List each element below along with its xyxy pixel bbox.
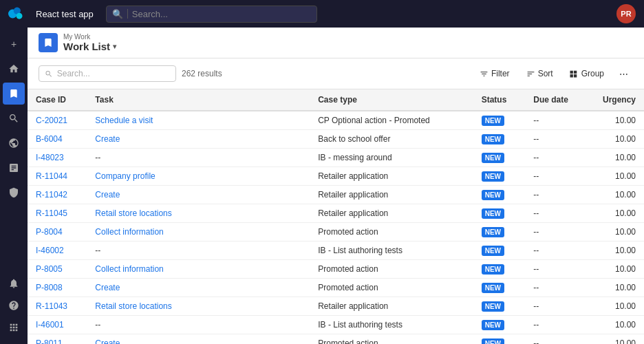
task-link[interactable]: Create: [95, 338, 120, 344]
global-search-box[interactable]: 🔍: [106, 6, 317, 23]
status-badge: NEW: [482, 338, 504, 344]
task-link[interactable]: Retail store locations: [95, 301, 171, 311]
user-avatar[interactable]: PR: [616, 4, 636, 23]
case-id-link[interactable]: I-46002: [36, 246, 64, 255]
case-id-link[interactable]: R-11042: [36, 190, 67, 200]
cell-casetype: Promoted action: [310, 279, 473, 297]
cell-task: Company profile: [87, 167, 310, 186]
task-text: --: [95, 153, 100, 162]
group-button[interactable]: Group: [563, 66, 611, 81]
task-link[interactable]: Schedule a visit: [95, 116, 153, 125]
cell-urgency: 10.00: [585, 111, 644, 130]
task-link[interactable]: Create: [95, 190, 120, 200]
cell-urgency: 10.00: [585, 334, 644, 345]
case-id-link[interactable]: P-8004: [36, 227, 63, 237]
sidebar-settings-icon[interactable]: [3, 182, 25, 204]
case-id-link[interactable]: I-48023: [36, 153, 64, 162]
filter-label: Filter: [491, 69, 510, 78]
case-id-link[interactable]: R-11045: [36, 208, 67, 218]
sidebar-expand-icon[interactable]: [3, 316, 25, 338]
sidebar-report-icon[interactable]: [3, 157, 25, 179]
table-row[interactable]: I-48023 -- IB - messing around NEW -- 10…: [28, 149, 644, 167]
worklist-title-text: Work List: [63, 41, 110, 52]
cell-status: NEW: [473, 223, 526, 241]
task-link[interactable]: Company profile: [95, 171, 155, 181]
more-options-button[interactable]: ⋯: [614, 64, 633, 83]
cell-status: NEW: [473, 260, 526, 279]
app-logo: React test app: [8, 7, 94, 21]
worklist-table: Case ID Task Case type Status Due date U…: [28, 89, 644, 344]
sidebar-notification-icon[interactable]: [3, 272, 25, 294]
task-link[interactable]: Retail store locations: [95, 208, 171, 218]
case-id-link[interactable]: C-20021: [36, 116, 67, 125]
cell-task: Schedule a visit: [87, 111, 310, 130]
worklist-search-box[interactable]: [39, 65, 176, 82]
worklist-search-input[interactable]: [57, 69, 170, 78]
table-row[interactable]: P-8005 Collect information Promoted acti…: [28, 260, 644, 279]
sidebar-add-icon[interactable]: +: [3, 33, 25, 55]
cell-duedate: --: [525, 316, 584, 334]
status-badge: NEW: [482, 153, 504, 163]
case-id-link[interactable]: R-11044: [36, 171, 67, 181]
case-id-link[interactable]: B-6004: [36, 134, 63, 144]
status-badge: NEW: [482, 134, 504, 144]
global-search-input[interactable]: [132, 9, 311, 19]
table-row[interactable]: C-20021 Schedule a visit CP Optional act…: [28, 111, 644, 130]
table-row[interactable]: R-11043 Retail store locations Retailer …: [28, 297, 644, 316]
table-row[interactable]: B-6004 Create Back to school offer NEW -…: [28, 130, 644, 149]
task-link[interactable]: Create: [95, 134, 120, 144]
task-link[interactable]: Collect information: [95, 264, 163, 274]
cell-duedate: --: [525, 149, 584, 167]
worklist-table-container[interactable]: Case ID Task Case type Status Due date U…: [28, 89, 644, 344]
cell-casetype: IB - List authoring tests: [310, 316, 473, 334]
table-row[interactable]: R-11044 Company profile Retailer applica…: [28, 167, 644, 186]
sidebar-help-icon[interactable]: [3, 294, 25, 316]
worklist-dropdown-arrow[interactable]: ▾: [113, 43, 116, 50]
filter-button[interactable]: Filter: [473, 66, 517, 81]
status-badge: NEW: [482, 116, 504, 126]
cell-status: NEW: [473, 334, 526, 345]
cell-status: NEW: [473, 167, 526, 186]
task-text: --: [95, 320, 100, 330]
status-badge: NEW: [482, 301, 504, 312]
cell-duedate: --: [525, 279, 584, 297]
cell-duedate: --: [525, 260, 584, 279]
table-row[interactable]: R-11042 Create Retailer application NEW …: [28, 186, 644, 204]
sidebar-bookmark-icon[interactable]: [3, 83, 25, 105]
cell-casetype: CP Optional action - Promoted: [310, 111, 473, 130]
table-row[interactable]: P-8011 Create Promoted action NEW -- 10.…: [28, 334, 644, 345]
task-link[interactable]: Collect information: [95, 227, 163, 237]
sidebar-globe-icon[interactable]: [3, 132, 25, 154]
sidebar-home-icon[interactable]: [3, 58, 25, 80]
main-content: My Work Work List ▾ 262 results Filter: [28, 28, 644, 344]
table-row[interactable]: I-46001 -- IB - List authoring tests NEW…: [28, 316, 644, 334]
status-badge: NEW: [482, 264, 504, 275]
table-row[interactable]: R-11045 Retail store locations Retailer …: [28, 204, 644, 223]
table-row[interactable]: I-46002 -- IB - List authoring tests NEW…: [28, 241, 644, 260]
sidebar-search-icon[interactable]: [3, 107, 25, 129]
table-header: Case ID Task Case type Status Due date U…: [28, 89, 644, 111]
col-header-casetype: Case type: [310, 89, 473, 111]
cell-caseid: I-48023: [28, 149, 87, 167]
sort-button[interactable]: Sort: [519, 66, 560, 81]
case-id-link[interactable]: P-8008: [36, 283, 63, 292]
case-id-link[interactable]: R-11043: [36, 301, 67, 311]
cell-urgency: 10.00: [585, 279, 644, 297]
cell-casetype: Promoted action: [310, 223, 473, 241]
svg-point-2: [17, 13, 23, 19]
case-id-link[interactable]: I-46001: [36, 320, 64, 330]
cell-casetype: Back to school offer: [310, 130, 473, 149]
cell-urgency: 10.00: [585, 223, 644, 241]
cell-casetype: Retailer application: [310, 204, 473, 223]
case-id-link[interactable]: P-8011: [36, 338, 63, 344]
toolbar-actions: Filter Sort Group ⋯: [473, 64, 633, 83]
cell-casetype: Retailer application: [310, 297, 473, 316]
case-id-link[interactable]: P-8005: [36, 264, 63, 274]
cell-casetype: Retailer application: [310, 186, 473, 204]
cell-duedate: --: [525, 167, 584, 186]
sidebar: +: [0, 28, 28, 344]
table-row[interactable]: P-8004 Collect information Promoted acti…: [28, 223, 644, 241]
task-link[interactable]: Create: [95, 283, 120, 292]
table-row[interactable]: P-8008 Create Promoted action NEW -- 10.…: [28, 279, 644, 297]
search-icon: 🔍: [112, 9, 123, 19]
